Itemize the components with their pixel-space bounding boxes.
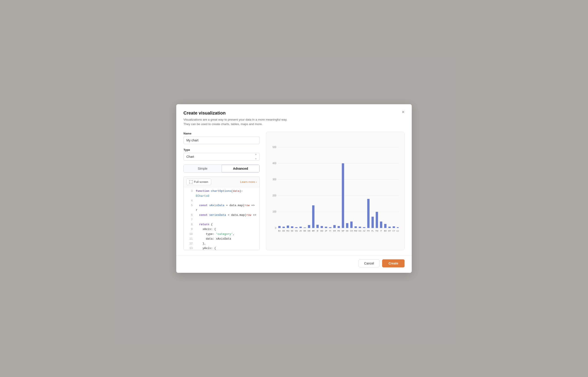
y-label-200: 200 [273,195,276,197]
name-label: Name [183,132,260,135]
x-label-NP: NP [342,230,344,232]
fullscreen-icon: ⛶ [189,180,193,184]
code-line: 7 [184,218,259,222]
bar-PH [367,199,370,228]
type-label: Type [183,148,260,152]
x-label-CH: CH [350,230,353,232]
arrow-right-icon: › [256,180,257,184]
bar-IE [316,225,319,228]
bar-UG [359,227,361,228]
bar-ME [308,225,310,228]
bar-CH [350,222,353,228]
bar-chart: 500 400 300 200 100 [270,137,401,246]
y-label-100: 100 [273,211,276,213]
bar-LU [397,227,399,228]
bar-CY [393,226,395,228]
code-line: 11 data: xAxisData [184,237,259,241]
x-label-SK: SK [346,230,349,232]
bar-JO [299,227,302,228]
modal-overlay: Create visualization Visualizations are … [0,0,588,377]
modal-subtitle: Visualizations are a great way to presen… [183,118,405,127]
create-visualization-modal: Create visualization Visualizations are … [176,104,412,273]
modal-footer: Cancel Create [176,256,412,273]
type-select[interactable]: Chart Table Map Metric [183,153,260,161]
bar-TW [376,212,378,228]
code-line: 12 }, [184,241,259,246]
x-label-AZ: AZ [363,230,365,232]
bar-RW [355,226,357,228]
bar-DE [283,227,285,228]
modal-header: Create visualization Visualizations are … [176,104,412,127]
x-label-BE: BE [304,230,306,232]
bar-MT [388,227,391,228]
x-label-RO: RO [286,230,289,232]
bar-SN [295,227,297,228]
y-label-0: 0 [275,227,276,229]
type-select-wrapper: Chart Table Map Metric ⌃⌄ [183,153,260,161]
name-field-group: Name [183,132,260,144]
x-label-TW: TW [375,230,379,232]
bar-MD [321,226,323,228]
x-label-IE: IE [317,230,318,232]
bar-BE [304,227,306,228]
name-input[interactable] [183,137,260,144]
modal-body: Name Type Chart Table Map Metric ⌃⌄ [176,126,412,256]
cancel-button[interactable]: Cancel [359,259,380,267]
x-label-JP: JP [325,230,327,232]
bar-KR [333,225,336,228]
x-label-JO: JO [299,230,302,232]
close-button[interactable]: × [400,109,406,116]
chart-container: 500 400 300 200 100 [266,132,405,250]
code-editor-wrapper: ⛶ Full screen Learn more › 3 function ch… [183,177,260,250]
type-field-group: Type Chart Table Map Metric ⌃⌄ [183,148,260,161]
left-panel: Name Type Chart Table Map Metric ⌃⌄ [183,132,260,250]
fullscreen-button[interactable]: ⛶ Full screen [186,179,211,185]
code-editor[interactable]: 3 function chartOptions(data): EChartsO … [184,187,259,250]
learn-more-link[interactable]: Learn more › [240,180,257,184]
bar-FI [329,227,331,228]
bar-BR [312,205,314,228]
x-label-CY: CY [392,230,395,232]
bar-PL [371,217,374,228]
y-label-400: 400 [273,162,276,165]
bar-PE [337,226,340,228]
bar-AZ [363,227,365,228]
x-label-DE: DE [282,230,285,232]
bar-NP [342,163,344,228]
code-line: 5 const xAxisData = data.map(row => r [184,203,259,213]
code-line: 4 [184,199,259,203]
modal-title: Create visualization [183,110,405,116]
x-label-BD: BD [384,230,387,232]
x-label-ME: ME [308,230,311,232]
bar-IT [380,222,382,228]
x-label-LU: LU [396,230,399,232]
x-label-BA: BA [278,230,281,232]
code-line: 3 function chartOptions(data): EChartsO [184,189,259,199]
tab-simple[interactable]: Simple [184,165,222,172]
code-line: 9 xAxis: { [184,227,259,232]
x-label-MD: MD [320,230,323,232]
x-label-SN: SN [295,230,298,232]
bar-JP [325,227,327,228]
x-label-FI: FI [329,230,331,232]
tab-advanced[interactable]: Advanced [222,165,259,172]
fullscreen-label: Full screen [194,180,208,184]
code-line: 8 return { [184,222,259,227]
create-button[interactable]: Create [382,259,405,267]
tab-group: Simple Advanced [183,165,260,173]
code-line: 6 const seriesData = data.map(row => [184,213,259,218]
bar-SK [346,223,348,228]
bar-RO [287,226,289,228]
x-label-KR: KR [333,230,336,232]
x-label-KE: KE [291,230,294,232]
x-label-BR: BR [312,230,315,232]
x-label-IT: IT [380,230,382,232]
x-label-UG: UG [358,230,361,232]
code-line: 10 type: 'category', [184,232,259,237]
code-line: 13 yAxis: { [184,246,259,250]
code-toolbar: ⛶ Full screen Learn more › [184,177,259,187]
x-label-MT: MT [388,230,391,232]
x-label-PE: PE [337,230,340,232]
bar-KE [291,226,293,228]
x-label-PH: PH [367,230,370,232]
